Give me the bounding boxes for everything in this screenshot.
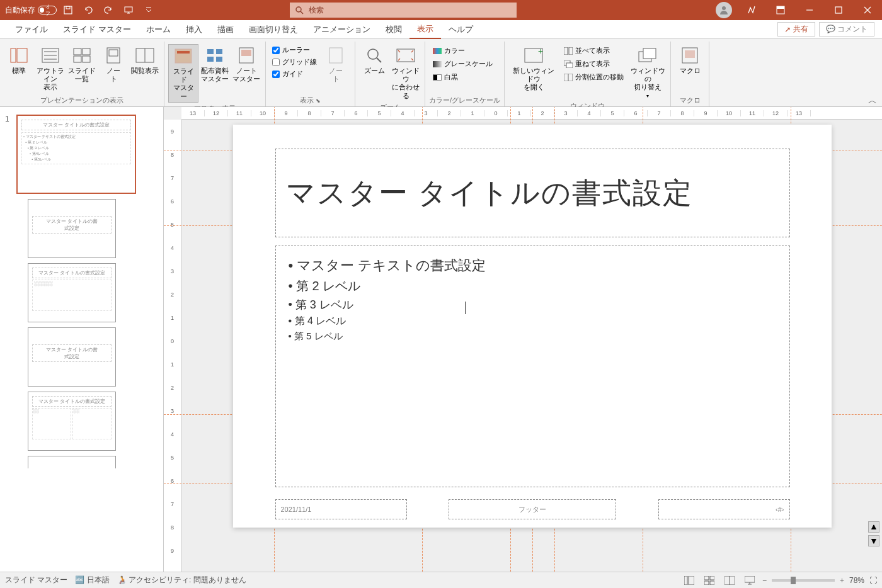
- redo-icon[interactable]: [100, 1, 117, 19]
- ribbon-tabs: ファイル スライド マスター ホーム 挿入 描画 画面切り替え アニメーション …: [0, 20, 882, 39]
- svg-rect-58: [745, 576, 755, 582]
- macros-button[interactable]: マクロ: [675, 44, 705, 76]
- gridlines-checkbox[interactable]: グリッド線: [272, 57, 317, 67]
- svg-rect-53: [710, 576, 714, 580]
- master-thumbnail[interactable]: マスター タイトルの書式設定 • マスター テキストの書式設定 • 第 2 レベ…: [16, 115, 136, 194]
- notes-page-button[interactable]: ノー ト: [98, 44, 129, 84]
- layout-thumbnail[interactable]: マスター タイトルの書式設定░░░░: [28, 392, 116, 451]
- body-placeholder[interactable]: マスター テキストの書式設定 第 2 レベル 第 3 レベル 第 4 レベル 第…: [275, 246, 790, 487]
- svg-rect-49: [685, 50, 695, 58]
- slideshow-start-icon[interactable]: [120, 1, 137, 19]
- save-icon[interactable]: [59, 1, 77, 19]
- zoom-in-button[interactable]: +: [840, 576, 844, 585]
- arrange-all-button[interactable]: 並べて表示: [563, 45, 625, 56]
- maximize-button[interactable]: [824, 0, 853, 20]
- tab-help[interactable]: ヘルプ: [441, 20, 481, 39]
- prev-slide-button[interactable]: ⯅: [868, 521, 879, 533]
- switch-windows-button[interactable]: ウィンドウの 切り替え▾: [629, 44, 667, 100]
- search-icon: [295, 6, 304, 14]
- qat-customize-icon[interactable]: [140, 1, 158, 19]
- comment-button[interactable]: 💬 コメント: [819, 22, 874, 37]
- layout-thumbnail[interactable]: マスター タイトルの書 式設定: [28, 199, 116, 258]
- normal-view-button[interactable]: 標準: [4, 44, 34, 76]
- share-button[interactable]: ↗共有: [777, 22, 815, 37]
- footer-placeholder[interactable]: フッター: [449, 499, 616, 519]
- ribbon-display-icon[interactable]: [766, 0, 795, 20]
- svg-rect-50: [684, 576, 687, 585]
- svg-line-4: [301, 11, 303, 14]
- guides-checkbox[interactable]: ガイド: [272, 69, 317, 79]
- svg-rect-0: [64, 6, 72, 14]
- svg-rect-27: [177, 51, 190, 54]
- slide-master-button[interactable]: スライド マスター: [168, 44, 198, 103]
- tab-slide-master[interactable]: スライド マスター: [55, 20, 139, 39]
- ruler-checkbox[interactable]: ルーラー: [272, 45, 317, 55]
- undo-icon[interactable]: [79, 1, 97, 19]
- close-button[interactable]: [853, 0, 882, 20]
- new-window-button[interactable]: +新しいウィンドウ を開く: [508, 44, 559, 93]
- sorter-view-icon[interactable]: [702, 574, 717, 587]
- outline-view-button[interactable]: アウトライン 表示: [35, 44, 66, 93]
- date-placeholder[interactable]: 2021/11/1: [275, 499, 407, 519]
- tab-review[interactable]: 校閲: [378, 20, 410, 39]
- svg-text:+: +: [538, 48, 543, 56]
- zoom-value[interactable]: 78%: [849, 576, 864, 585]
- color-button[interactable]: カラー: [432, 45, 494, 56]
- svg-rect-9: [835, 7, 842, 13]
- status-accessibility[interactable]: 🧑‍🦽 アクセシビリティ: 問題ありません: [117, 575, 246, 585]
- svg-rect-30: [207, 57, 214, 62]
- tab-home[interactable]: ホーム: [139, 20, 178, 39]
- title-placeholder[interactable]: マスター タイトルの書式設定: [275, 149, 790, 237]
- horizontal-ruler[interactable]: 13121110987654321012345678910111213: [181, 107, 882, 120]
- slide-canvas[interactable]: マスター タイトルの書式設定 マスター テキストの書式設定 第 2 レベル 第 …: [233, 125, 832, 528]
- slide-sorter-button[interactable]: スライド 一覧: [67, 44, 97, 84]
- slideshow-view-icon[interactable]: [742, 574, 757, 587]
- coming-soon-icon[interactable]: [737, 0, 766, 20]
- svg-rect-13: [17, 48, 27, 62]
- notes-master-button[interactable]: ノート マスター: [231, 44, 261, 84]
- svg-rect-28: [207, 49, 214, 54]
- notes-button[interactable]: ノー ト: [321, 44, 351, 84]
- body-level5: 第 5 レベル: [289, 331, 777, 342]
- tab-animations[interactable]: アニメーション: [306, 20, 378, 39]
- fit-to-window-icon[interactable]: ⛶: [869, 576, 877, 585]
- zoom-button[interactable]: ズーム: [359, 44, 389, 76]
- svg-rect-19: [83, 48, 90, 55]
- tab-view[interactable]: 表示: [410, 20, 441, 39]
- search-box[interactable]: 検索: [290, 3, 517, 18]
- zoom-out-button[interactable]: −: [762, 576, 767, 585]
- status-language[interactable]: 🔤 日本語: [75, 575, 109, 585]
- layout-thumbnail[interactable]: マスター タイトルの書 式設定: [28, 327, 116, 387]
- tab-insert[interactable]: 挿入: [178, 20, 210, 39]
- handout-master-button[interactable]: 配布資料 マスター: [200, 44, 230, 84]
- tab-transitions[interactable]: 画面切り替え: [241, 20, 306, 39]
- reading-view-button[interactable]: 閲覧表示: [130, 44, 160, 76]
- move-split-button[interactable]: 分割位置の移動: [563, 72, 625, 82]
- body-level4: 第 4 レベル: [289, 315, 777, 328]
- collapse-ribbon-icon[interactable]: ︿: [863, 42, 882, 106]
- bw-button[interactable]: 白黒: [432, 72, 494, 82]
- slidenum-placeholder[interactable]: ‹#›: [658, 499, 790, 519]
- tab-draw[interactable]: 描画: [210, 20, 241, 39]
- minimize-button[interactable]: [795, 0, 824, 20]
- grayscale-button[interactable]: グレースケール: [432, 59, 494, 69]
- tab-file[interactable]: ファイル: [8, 20, 55, 39]
- layout-thumbnail[interactable]: [28, 456, 116, 468]
- svg-rect-33: [241, 50, 251, 56]
- cascade-button[interactable]: 重ねて表示: [563, 59, 625, 69]
- autosave-toggle[interactable]: 自動保存 オフ: [5, 5, 57, 16]
- normal-view-icon[interactable]: [682, 574, 697, 587]
- user-avatar[interactable]: [716, 2, 732, 18]
- zoom-slider[interactable]: [772, 579, 835, 582]
- thumbnail-panel[interactable]: 1 マスター タイトルの書式設定 • マスター テキストの書式設定 • 第 2 …: [0, 107, 164, 572]
- vertical-ruler[interactable]: 9876543210123456789: [164, 120, 181, 572]
- fit-window-button[interactable]: ウィンドウ に合わせる: [391, 44, 421, 101]
- text-cursor: [465, 302, 466, 314]
- svg-point-5: [722, 6, 726, 10]
- group-macros: マクロ: [675, 94, 705, 106]
- reading-view-icon[interactable]: [722, 574, 737, 587]
- layout-thumbnail[interactable]: マスター タイトルの書式設定░░░░░░: [28, 263, 116, 322]
- next-slide-button[interactable]: ⯆: [868, 535, 879, 546]
- status-mode[interactable]: スライド マスター: [5, 575, 67, 585]
- slide[interactable]: マスター タイトルの書式設定 マスター テキストの書式設定 第 2 レベル 第 …: [233, 125, 832, 528]
